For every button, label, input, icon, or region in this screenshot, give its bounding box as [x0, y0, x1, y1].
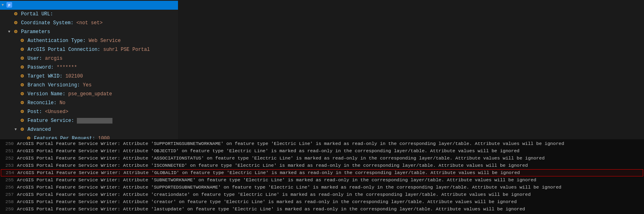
tree-item-feature-service[interactable]: Feature Service: [0, 116, 178, 125]
svg-point-11 [22, 49, 23, 50]
svg-point-9 [22, 40, 23, 41]
log-line-text: ArcGIS Portal Feature Service Writer: At… [17, 206, 525, 212]
gear-icon [19, 73, 26, 80]
log-line-number: 253 [2, 162, 14, 169]
gear-icon [19, 100, 26, 106]
log-line-text: ArcGIS Portal Feature Service Writer: At… [17, 184, 561, 191]
log-line: 254ArcGIS Portal Feature Service Writer:… [1, 169, 643, 176]
tree-item-arcgis-portal[interactable]: ArcGIS Portal Connection: suhrl PSE Port… [0, 45, 178, 54]
svg-point-13 [22, 58, 23, 59]
gear-icon [13, 11, 19, 17]
log-line-number: 258 [2, 199, 14, 205]
tree-item-reconcile[interactable]: Reconcile: No [0, 99, 178, 107]
gear-icon [19, 117, 26, 124]
svg-point-3 [15, 13, 16, 14]
log-line-text: ArcGIS Portal Feature Service Writer: At… [17, 141, 564, 147]
expand-icon: ▼ [2, 2, 6, 9]
log-line: 259ArcGIS Portal Feature Service Writer:… [0, 206, 644, 213]
gear-icon [19, 38, 26, 44]
expand-icon: ▼ [15, 126, 19, 133]
log-line-number: 250 [2, 141, 14, 147]
log-line-text: ArcGIS Portal Feature Service Writer: At… [17, 170, 520, 176]
log-line-text: ArcGIS Portal Feature Service Writer: At… [17, 199, 517, 205]
tree-item-branch-versioning[interactable]: Branch Versioning: Yes [0, 81, 178, 90]
svg-point-31 [28, 138, 29, 138]
log-line-number: 251 [2, 148, 14, 154]
log-panel: 250ArcGIS Portal Feature Service Writer:… [0, 139, 644, 214]
log-line-text: ArcGIS Portal Feature Service Writer: At… [17, 155, 544, 162]
log-line-text: ArcGIS Portal Feature Service Writer: At… [17, 177, 536, 183]
gear-icon [19, 82, 26, 88]
log-line-number: 255 [2, 177, 14, 183]
log-line-number: 254 [3, 170, 14, 176]
gear-icon [13, 20, 19, 26]
item-text: Parameters [21, 28, 50, 36]
log-line-number: 257 [2, 191, 14, 198]
item-text: Password: ******* [28, 64, 77, 71]
tree-item-parameters[interactable]: ▼ Parameters [0, 27, 178, 36]
item-text: Post: <Unused> [28, 108, 68, 115]
log-line-number: 256 [2, 184, 14, 191]
tree-root-item[interactable]: ▼ P [0, 1, 178, 10]
tree-item-post[interactable]: Post: <Unused> [0, 107, 178, 116]
gear-icon [19, 55, 26, 62]
item-text: Feature Service: [28, 117, 112, 124]
tree-item-user[interactable]: User: arcgis [0, 54, 178, 63]
gear-icon [19, 109, 26, 115]
log-line-number: 259 [2, 206, 14, 212]
gear-icon [13, 29, 19, 35]
svg-point-25 [22, 111, 23, 112]
svg-point-27 [22, 120, 23, 121]
svg-point-15 [22, 67, 23, 67]
log-line: 252ArcGIS Portal Feature Service Writer:… [0, 155, 644, 162]
tree-item-version-name[interactable]: Version Name: pse_geom_update [0, 90, 178, 99]
log-line: 250ArcGIS Portal Feature Service Writer:… [0, 140, 644, 147]
portal-icon: P [6, 2, 13, 8]
svg-point-5 [15, 22, 16, 23]
log-line-text: ArcGIS Portal Feature Service Writer: At… [17, 148, 519, 154]
tree-item-password[interactable]: Password: ******* [0, 63, 178, 72]
item-text: Portal URL: [21, 10, 53, 18]
tree-item-portal-url[interactable]: Portal URL: [0, 10, 178, 19]
svg-point-29 [22, 129, 23, 130]
tree-item-coord-system[interactable]: Coordinate System: <not set> [0, 19, 178, 27]
log-line: 251ArcGIS Portal Feature Service Writer:… [0, 147, 644, 155]
tree-item-auth-type[interactable]: Authentication Type: Web Service [0, 36, 178, 45]
item-text: Target WKID: 102100 [28, 73, 83, 80]
svg-point-19 [22, 84, 23, 85]
svg-point-21 [22, 93, 23, 94]
item-text: Reconcile: No [28, 99, 66, 107]
gear-icon [19, 91, 26, 97]
item-text: User: arcgis [28, 55, 62, 62]
item-text: Branch Versioning: Yes [28, 82, 91, 89]
tree-item-wkid[interactable]: Target WKID: 102100 [0, 72, 178, 81]
log-container: 250ArcGIS Portal Feature Service Writer:… [0, 140, 644, 214]
tree-item-advanced[interactable]: ▼ Advanced [0, 125, 178, 134]
log-line: 257ArcGIS Portal Feature Service Writer:… [0, 191, 644, 198]
item-text: ArcGIS Portal Connection: suhrl PSE Port… [28, 46, 150, 53]
gear-icon [19, 46, 26, 53]
log-line-text: ArcGIS Portal Feature Service Writer: At… [17, 191, 531, 198]
log-line: 258ArcGIS Portal Feature Service Writer:… [0, 198, 644, 206]
svg-point-7 [15, 31, 16, 32]
expand-icon: ▼ [8, 28, 13, 36]
log-line: 253ArcGIS Portal Feature Service Writer:… [0, 162, 644, 169]
log-line-text: ArcGIS Portal Feature Service Writer: At… [17, 162, 528, 169]
svg-point-17 [22, 76, 23, 76]
item-text: Coordinate System: <not set> [21, 19, 103, 27]
item-text: Authentication Type: Web Service [28, 37, 121, 44]
main-container: ▼ P Portal URL: Coordinate Sy [0, 0, 644, 214]
svg-point-23 [22, 102, 23, 103]
svg-text:P: P [8, 4, 11, 8]
gear-icon [19, 126, 26, 133]
log-line: 255ArcGIS Portal Feature Service Writer:… [0, 176, 644, 184]
item-text: Advanced [28, 126, 51, 133]
log-line: 256ArcGIS Portal Feature Service Writer:… [0, 184, 644, 191]
log-line-number: 252 [2, 155, 14, 162]
item-text: Version Name: pse_geom_update [28, 90, 112, 98]
gear-icon [19, 64, 26, 71]
